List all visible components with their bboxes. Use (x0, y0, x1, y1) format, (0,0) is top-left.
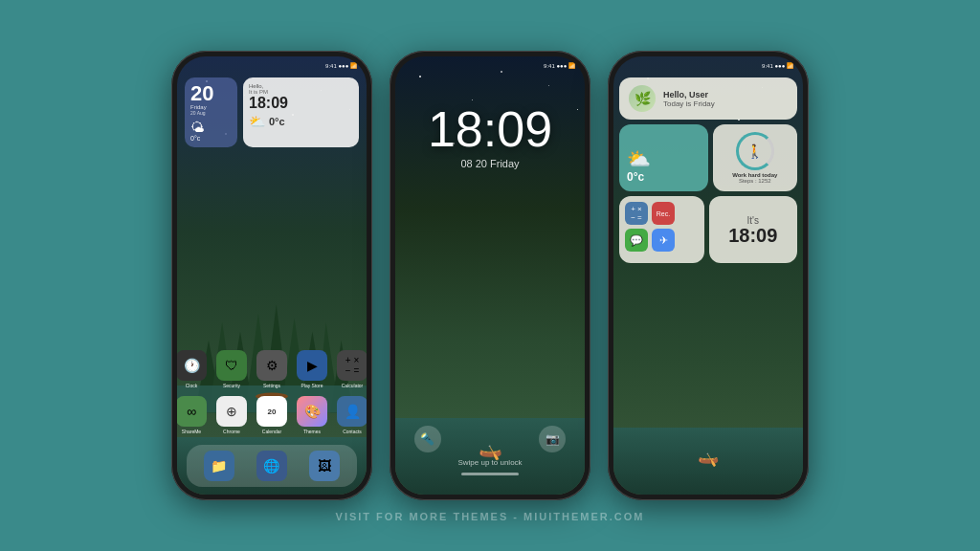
status-bar-1: 9:41 ●●● 📶 (177, 56, 367, 74)
time-widget-time: 18:09 (728, 226, 777, 245)
phone-3: 🛶 9:41 ●●● 📶 🌿 Hello, User Today is Frid… (608, 51, 809, 500)
app-playstore-label: Play Store (301, 383, 323, 388)
widget-area-1: 20 Friday 20 Aug 🌤 0°c Hello, It is PM 1… (185, 77, 359, 147)
app-chrome[interactable]: ⊕ Chrome (216, 396, 247, 434)
greeting-today: Today is Friday (663, 99, 715, 108)
phone-2: 🛶 9:41 ●●● 📶 18:09 08 20 Friday 🔦 📷 Swip… (390, 51, 590, 500)
status-icons-1: 9:41 ●●● 📶 (325, 62, 357, 69)
cw-temp: 0°c (269, 116, 285, 127)
phone-1: 9:41 ●●● 📶 20 Friday 20 Aug 🌤 0°c Hello,… (171, 51, 372, 500)
app-calculator-label: Calculator (342, 383, 364, 388)
app-calculator[interactable]: + ×− = Calculator (337, 350, 367, 388)
app-clock[interactable]: 🕐 Clock (177, 350, 207, 388)
apps-time-row: + ×− = Rec. 💬 ✈ It's 18:09 (619, 196, 797, 263)
app-row-1: 🕐 Clock 🛡 Security ⚙ Settings ▶ Play Sto… (177, 350, 367, 388)
mini-whatsapp[interactable]: 💬 (625, 229, 648, 252)
mini-rec[interactable]: Rec. (652, 202, 675, 225)
lock-content: 18:09 08 20 Friday (395, 104, 585, 169)
date-temp: 0°c (190, 135, 232, 142)
time-widget: It's 18:09 (709, 196, 798, 263)
app-settings[interactable]: ⚙ Settings (256, 350, 287, 388)
weather-temp: 0°c (627, 170, 701, 184)
date-widget: 20 Friday 20 Aug 🌤 0°c (185, 77, 237, 147)
day-number: 20 (190, 83, 232, 104)
cw-weather-row: ⛅ 0°c (249, 114, 353, 129)
greeting-hello: Hello, User (663, 90, 715, 99)
app-chrome-label: Chrome (223, 429, 240, 434)
date-weather-icon: 🌤 (190, 120, 232, 135)
status-icons-2: 9:41 ●●● 📶 (544, 62, 575, 69)
app-contacts-label: Contacts (343, 429, 362, 434)
weather-widget: ⛅ 0°c (619, 124, 708, 191)
greeting-row: 🌿 Hello, User Today is Friday (619, 77, 797, 120)
lock-date: 08 20 Friday (460, 158, 519, 169)
status-icons-3: 9:41 ●●● 📶 (762, 62, 793, 69)
weather-steps-row: ⛅ 0°c 🚶 Work hard today Steps : 1252 (619, 124, 797, 191)
apps-widget: + ×− = Rec. 💬 ✈ (619, 196, 704, 263)
date-string: 20 Aug (190, 110, 232, 116)
app-shareme-label: ShareMe (182, 429, 201, 434)
apps-widget-row1: + ×− = Rec. (625, 202, 699, 225)
lock-bottom: 🔦 📷 Swipe up to unlock (395, 426, 585, 475)
swipe-hint: Swipe up to unlock (457, 458, 522, 467)
greeting-avatar: 🌿 (629, 85, 656, 112)
boat-3: 🛶 (698, 447, 719, 468)
apps-widget-row2: 💬 ✈ (625, 229, 699, 252)
app-row-2: ∞ ShareMe ⊕ Chrome 20 Calendar 🎨 Themes (177, 396, 367, 434)
greeting-widget: 🌿 Hello, User Today is Friday (619, 77, 797, 120)
status-bar-3: 9:41 ●●● 📶 (613, 56, 803, 74)
time-widget-its: It's (747, 215, 759, 226)
steps-value: Steps : 1252 (739, 178, 771, 184)
dock-1: 📁 🌐 🖼 (187, 445, 357, 487)
app-playstore[interactable]: ▶ Play Store (297, 350, 327, 388)
apps-area-1: 🕐 Clock 🛡 Security ⚙ Settings ▶ Play Sto… (177, 350, 367, 442)
cw-weather-icon: ⛅ (249, 114, 265, 129)
flashlight-button[interactable]: 🔦 (414, 426, 441, 452)
dock-wallpaper[interactable]: 🖼 (309, 451, 340, 481)
app-settings-label: Settings (263, 383, 280, 388)
steps-widget: 🚶 Work hard today Steps : 1252 (713, 124, 798, 191)
app-contacts[interactable]: 👤 Contacts (337, 396, 367, 434)
cw-time: 18:09 (249, 95, 353, 112)
app-themes[interactable]: 🎨 Themes (297, 396, 327, 434)
status-bar-2: 9:41 ●●● 📶 (395, 56, 585, 74)
widgets-area: 🌿 Hello, User Today is Friday ⛅ 0°c � (619, 77, 797, 268)
swipe-bar (461, 473, 519, 475)
camera-button[interactable]: 📷 (539, 426, 566, 452)
clock-weather-widget: Hello, It is PM 18:09 ⛅ 0°c (243, 77, 359, 147)
weather-icon: ⛅ (627, 147, 701, 170)
lock-icons-row: 🔦 📷 (414, 426, 566, 452)
app-themes-label: Themes (303, 429, 321, 434)
watermark: VISIT FOR MORE THEMES - MIUITHEMER.COM (336, 511, 645, 522)
app-calendar[interactable]: 20 Calendar (256, 396, 287, 434)
dock-browser[interactable]: 🌐 (256, 451, 287, 481)
dock-files[interactable]: 📁 (204, 451, 234, 481)
app-shareme[interactable]: ∞ ShareMe (177, 396, 207, 434)
mini-calc[interactable]: + ×− = (625, 202, 648, 225)
lock-time: 18:09 (428, 104, 552, 154)
app-clock-label: Clock (186, 383, 198, 388)
app-security-label: Security (223, 383, 240, 388)
greeting-text: Hello, User Today is Friday (663, 90, 715, 108)
app-security[interactable]: 🛡 Security (216, 350, 247, 388)
steps-circle: 🚶 (736, 132, 774, 170)
app-calendar-label: Calendar (262, 429, 281, 434)
mini-telegram[interactable]: ✈ (652, 229, 675, 252)
